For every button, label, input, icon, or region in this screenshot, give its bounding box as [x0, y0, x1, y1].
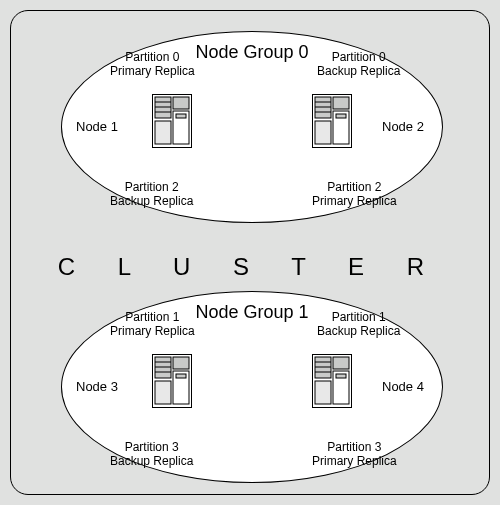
role-text: Primary Replica — [110, 64, 195, 78]
partition-label: Partition 0 Primary Replica — [110, 50, 195, 78]
svg-rect-5 — [155, 121, 171, 144]
svg-rect-35 — [336, 374, 346, 378]
svg-rect-26 — [176, 374, 186, 378]
svg-rect-24 — [173, 357, 189, 369]
role-text: Primary Replica — [312, 454, 397, 468]
server-icon — [312, 354, 352, 408]
role-text: Primary Replica — [110, 324, 195, 338]
partition-text: Partition 1 — [332, 310, 386, 324]
svg-rect-15 — [333, 97, 349, 109]
node-label-4: Node 4 — [382, 380, 424, 394]
partition-label: Partition 3 Backup Replica — [110, 440, 193, 468]
server-icon — [152, 354, 192, 408]
partition-text: Partition 0 — [332, 50, 386, 64]
partition-label: Partition 0 Backup Replica — [317, 50, 400, 78]
node-group-0: Node Group 0 Partition 0 Primary Replica… — [61, 31, 443, 223]
node-label-1: Node 1 — [76, 120, 118, 134]
node-group-1: Node Group 1 Partition 1 Primary Replica… — [61, 291, 443, 483]
partition-text: Partition 1 — [125, 310, 179, 324]
svg-rect-8 — [176, 114, 186, 118]
partition-label: Partition 2 Primary Replica — [312, 180, 397, 208]
cluster-label: C L U S T E R — [11, 253, 489, 281]
svg-rect-6 — [173, 97, 189, 109]
server-icon — [152, 94, 192, 148]
node-label-3: Node 3 — [76, 380, 118, 394]
svg-rect-23 — [155, 381, 171, 404]
server-icon — [312, 94, 352, 148]
role-text: Primary Replica — [312, 194, 397, 208]
partition-label: Partition 1 Primary Replica — [110, 310, 195, 338]
svg-rect-32 — [315, 381, 331, 404]
role-text: Backup Replica — [317, 64, 400, 78]
role-text: Backup Replica — [110, 454, 193, 468]
partition-label: Partition 3 Primary Replica — [312, 440, 397, 468]
partition-text: Partition 0 — [125, 50, 179, 64]
svg-rect-17 — [336, 114, 346, 118]
role-text: Backup Replica — [110, 194, 193, 208]
role-text: Backup Replica — [317, 324, 400, 338]
partition-label: Partition 1 Backup Replica — [317, 310, 400, 338]
partition-text: Partition 3 — [327, 440, 381, 454]
partition-text: Partition 3 — [125, 440, 179, 454]
node-label-2: Node 2 — [382, 120, 424, 134]
svg-rect-14 — [315, 121, 331, 144]
partition-text: Partition 2 — [327, 180, 381, 194]
partition-label: Partition 2 Backup Replica — [110, 180, 193, 208]
svg-rect-33 — [333, 357, 349, 369]
cluster-frame: C L U S T E R Node Group 0 Partition 0 P… — [10, 10, 490, 495]
partition-text: Partition 2 — [125, 180, 179, 194]
